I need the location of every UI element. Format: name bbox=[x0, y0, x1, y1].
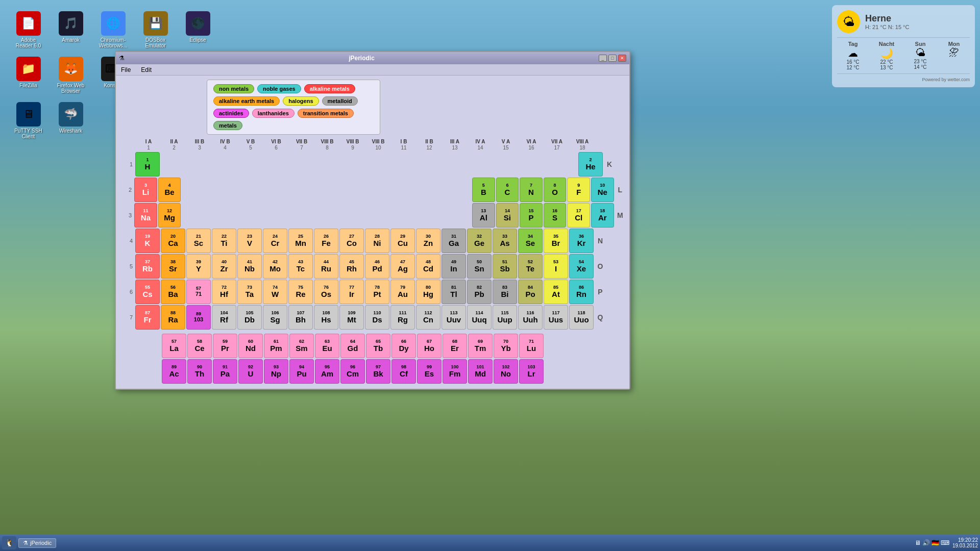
element-Zn[interactable]: 30Zn bbox=[416, 229, 440, 253]
keyboard-icon[interactable]: ⌨ bbox=[941, 539, 949, 546]
element-Ru[interactable]: 44Ru bbox=[314, 254, 338, 279]
element-Ar[interactable]: 18Ar bbox=[591, 203, 614, 228]
element-Te[interactable]: 52Te bbox=[518, 254, 543, 279]
icon-firefox[interactable]: 🦊 Firefox WebBrowser bbox=[52, 55, 90, 96]
close-button[interactable]: ✕ bbox=[618, 55, 626, 62]
element-Al[interactable]: 13Al bbox=[472, 203, 495, 228]
element-Pt[interactable]: 78Pt bbox=[365, 280, 389, 304]
icon-chromium[interactable]: 🌐 Chromium-Webbrows... bbox=[94, 9, 132, 51]
element-Sg[interactable]: 106Sg bbox=[263, 305, 287, 330]
element-Pu[interactable]: 94Pu bbox=[289, 359, 314, 384]
element-Rn[interactable]: 86Rn bbox=[569, 280, 594, 304]
element-Y[interactable]: 39Y bbox=[186, 254, 211, 279]
element-Uut[interactable]: 113Uuv bbox=[442, 305, 466, 330]
element-La[interactable]: 57La bbox=[162, 334, 186, 358]
element-I[interactable]: 53I bbox=[544, 254, 568, 279]
element-C[interactable]: 6C bbox=[496, 178, 519, 202]
element-Se[interactable]: 34Se bbox=[518, 229, 543, 253]
element-Cd[interactable]: 48Cd bbox=[416, 254, 440, 279]
element-Ti[interactable]: 22Ti bbox=[212, 229, 236, 253]
element-No[interactable]: 102No bbox=[494, 359, 518, 384]
menu-file[interactable]: File bbox=[119, 65, 133, 74]
element-Nd[interactable]: 60Nd bbox=[238, 334, 263, 358]
icon-wireshark[interactable]: 🦈 Wireshark bbox=[52, 100, 90, 141]
element-Pr[interactable]: 59Pr bbox=[213, 334, 237, 358]
legend-noble-gases[interactable]: noble gases bbox=[257, 84, 301, 93]
element-Gd[interactable]: 64Gd bbox=[340, 334, 365, 358]
legend-actinides[interactable]: actinides bbox=[213, 109, 249, 118]
icon-eclipse[interactable]: 🌑 Eclipse bbox=[179, 9, 217, 51]
element-Pb[interactable]: 82Pb bbox=[467, 280, 492, 304]
element-89-103[interactable]: 89103 bbox=[186, 305, 211, 330]
icon-amarok[interactable]: 🎵 Amarok bbox=[52, 9, 90, 51]
element-Zr[interactable]: 40Zr bbox=[212, 254, 236, 279]
element-At[interactable]: 85At bbox=[544, 280, 568, 304]
element-Th[interactable]: 90Th bbox=[187, 359, 212, 384]
element-Be[interactable]: 4Be bbox=[158, 178, 181, 202]
element-Hf[interactable]: 72Hf bbox=[212, 280, 236, 304]
element-Cr[interactable]: 24Cr bbox=[263, 229, 287, 253]
element-Na[interactable]: 11Na bbox=[134, 203, 157, 228]
element-Fm[interactable]: 100Fm bbox=[443, 359, 467, 384]
element-Sr[interactable]: 38Sr bbox=[161, 254, 185, 279]
element-F[interactable]: 9F bbox=[567, 178, 590, 202]
element-Fe[interactable]: 26Fe bbox=[314, 229, 338, 253]
element-Dy[interactable]: 66Dy bbox=[391, 334, 416, 358]
element-Mo[interactable]: 42Mo bbox=[263, 254, 287, 279]
element-Er[interactable]: 68Er bbox=[443, 334, 467, 358]
element-Bh[interactable]: 107Bh bbox=[288, 305, 313, 330]
element-Ne[interactable]: 10Ne bbox=[591, 178, 614, 202]
icon-putty[interactable]: 🖥 PuTTY SSHClient bbox=[9, 100, 47, 141]
element-Pd[interactable]: 46Pd bbox=[365, 254, 389, 279]
icon-dosbox[interactable]: 💾 DOSBoxEmulator bbox=[136, 9, 175, 51]
element-Cm[interactable]: 96Cm bbox=[340, 359, 365, 384]
element-Po[interactable]: 84Po bbox=[518, 280, 543, 304]
element-Uus[interactable]: 117Uus bbox=[544, 305, 568, 330]
element-K[interactable]: 19K bbox=[135, 229, 160, 253]
element-Ga[interactable]: 31Ga bbox=[442, 229, 466, 253]
element-Ta[interactable]: 73Ta bbox=[237, 280, 262, 304]
start-button[interactable]: 🐧 bbox=[2, 536, 16, 549]
element-Ge[interactable]: 32Ge bbox=[467, 229, 492, 253]
minimize-button[interactable]: _ bbox=[599, 55, 607, 62]
element-Si[interactable]: 14Si bbox=[496, 203, 519, 228]
maximize-button[interactable]: □ bbox=[608, 55, 617, 62]
element-Cs[interactable]: 55Cs bbox=[135, 280, 160, 304]
element-Lr[interactable]: 103Lr bbox=[519, 359, 544, 384]
element-57-71[interactable]: 5771 bbox=[186, 280, 211, 304]
element-B[interactable]: 5B bbox=[472, 178, 495, 202]
element-In[interactable]: 49In bbox=[442, 254, 466, 279]
element-Rg[interactable]: 111Rg bbox=[390, 305, 415, 330]
legend-lanthanides[interactable]: lanthanides bbox=[252, 109, 295, 118]
element-Au[interactable]: 79Au bbox=[390, 280, 415, 304]
element-Tl[interactable]: 81Tl bbox=[442, 280, 466, 304]
element-V[interactable]: 23V bbox=[237, 229, 262, 253]
element-Uup[interactable]: 115Uup bbox=[493, 305, 517, 330]
taskbar-jperiodic[interactable]: ⚗ jPeriodic bbox=[18, 538, 56, 548]
element-Rb[interactable]: 37Rb bbox=[135, 254, 160, 279]
element-Tm[interactable]: 69Tm bbox=[468, 334, 493, 358]
legend-alkaline-earth-metals[interactable]: alkaline earth metals bbox=[213, 96, 280, 106]
element-Md[interactable]: 101Md bbox=[468, 359, 493, 384]
element-Cn[interactable]: 112Cn bbox=[416, 305, 440, 330]
element-Fl[interactable]: 114Uuq bbox=[467, 305, 492, 330]
element-Ce[interactable]: 58Ce bbox=[187, 334, 212, 358]
element-Ir[interactable]: 77Ir bbox=[339, 280, 364, 304]
element-Ni[interactable]: 28Ni bbox=[365, 229, 389, 253]
element-Bi[interactable]: 83Bi bbox=[493, 280, 517, 304]
element-Xe[interactable]: 54Xe bbox=[569, 254, 594, 279]
element-Ac[interactable]: 89Ac bbox=[162, 359, 186, 384]
element-Fr[interactable]: 87Fr bbox=[135, 305, 160, 330]
element-Tc[interactable]: 43Tc bbox=[288, 254, 313, 279]
element-Rh[interactable]: 45Rh bbox=[339, 254, 364, 279]
element-Rf[interactable]: 104Rf bbox=[212, 305, 236, 330]
jperiodic-titlebar[interactable]: ⚗ jPeriodic _ □ ✕ bbox=[116, 52, 629, 64]
element-Db[interactable]: 105Db bbox=[237, 305, 262, 330]
element-As[interactable]: 33As bbox=[493, 229, 517, 253]
icon-filezilla[interactable]: 📁 FileZilla bbox=[9, 55, 47, 96]
element-Uuo[interactable]: 118Uuo bbox=[569, 305, 594, 330]
element-Re[interactable]: 75Re bbox=[288, 280, 313, 304]
element-Nb[interactable]: 41Nb bbox=[237, 254, 262, 279]
element-Br[interactable]: 35Br bbox=[544, 229, 568, 253]
element-N[interactable]: 7N bbox=[520, 178, 543, 202]
